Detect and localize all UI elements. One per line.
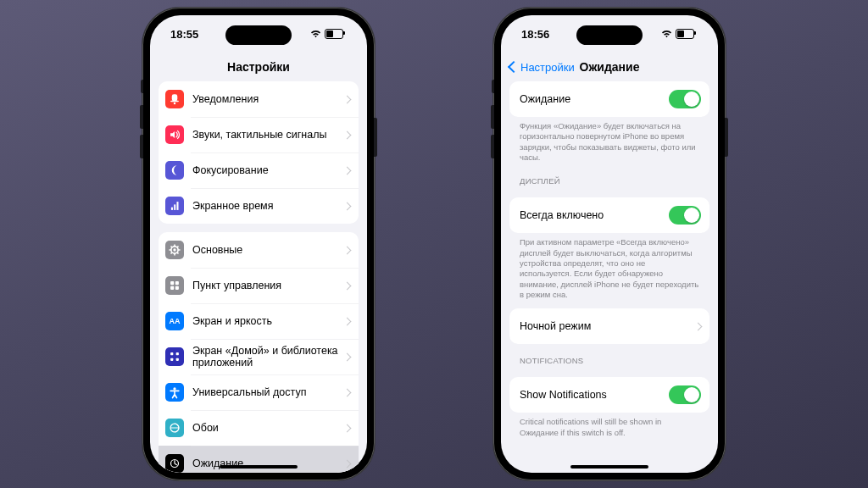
display-header: ДИСПЛЕЙ — [509, 164, 709, 189]
standby-footer: Функция «Ожидание» будет включаться на г… — [509, 117, 709, 164]
always-on-row[interactable]: Всегда включено — [509, 197, 709, 233]
power-button — [725, 118, 728, 157]
volume-down — [140, 135, 143, 158]
svg-rect-1 — [170, 101, 179, 103]
chevron-right-icon — [343, 424, 352, 432]
svg-rect-5 — [176, 202, 178, 210]
settings-label: Обои — [192, 422, 341, 434]
notifications-icon — [165, 90, 184, 108]
show-notifications-toggle[interactable] — [669, 385, 701, 404]
settings-label: Уведомления — [192, 93, 341, 105]
standby-toggle[interactable] — [669, 90, 701, 108]
chevron-right-icon — [343, 95, 352, 103]
settings-row-focus[interactable]: Фокусирование — [159, 152, 359, 188]
always-on-label: Всегда включено — [520, 209, 669, 221]
chevron-right-icon — [343, 459, 352, 468]
dynamic-island — [576, 25, 643, 45]
chevron-right-icon — [343, 202, 352, 210]
control-icon — [165, 276, 184, 295]
night-mode-row[interactable]: Ночной режим — [509, 308, 709, 344]
settings-row-screentime[interactable]: Экранное время — [159, 188, 359, 224]
standby-settings[interactable]: Ожидание Функция «Ожидание» будет включа… — [501, 81, 718, 473]
home-indicator[interactable] — [570, 465, 648, 469]
svg-rect-13 — [170, 352, 173, 355]
nav-bar: Настройки Ожидание — [501, 53, 718, 81]
night-mode-label: Ночной режим — [520, 320, 692, 332]
settings-label: Фокусирование — [192, 164, 341, 176]
svg-rect-15 — [170, 358, 173, 361]
settings-label: Экранное время — [192, 200, 341, 212]
volume-up — [140, 105, 143, 129]
settings-row-general[interactable]: Основные — [159, 232, 359, 268]
settings-label: Экран и яркость — [192, 315, 341, 327]
svg-rect-8 — [170, 281, 174, 285]
settings-row-display[interactable]: AAЭкран и яркость — [159, 303, 359, 339]
svg-text:AA: AA — [170, 317, 181, 325]
settings-row-standby[interactable]: Ожидание — [159, 446, 359, 473]
chevron-right-icon — [343, 388, 352, 396]
svg-rect-10 — [170, 286, 174, 290]
dynamic-island — [225, 25, 292, 45]
svg-rect-16 — [176, 358, 179, 361]
svg-rect-3 — [171, 208, 173, 210]
power-button — [374, 118, 377, 157]
svg-point-17 — [173, 387, 175, 390]
standby-label: Ожидание — [520, 93, 669, 105]
wallpaper-icon — [165, 419, 184, 437]
accessibility-icon — [165, 383, 184, 402]
settings-label: Экран «Домой» и библиотека приложений — [192, 343, 341, 371]
focus-icon — [165, 161, 184, 180]
back-label: Настройки — [520, 61, 575, 74]
svg-rect-11 — [175, 286, 179, 290]
back-button[interactable]: Настройки — [509, 61, 575, 74]
notifications-header: NOTIFICATIONS — [509, 344, 709, 369]
svg-point-7 — [173, 248, 175, 251]
wifi-icon — [310, 30, 321, 38]
sounds-icon — [165, 125, 184, 144]
home-indicator[interactable] — [220, 465, 298, 469]
svg-rect-0 — [172, 94, 178, 101]
settings-row-sounds[interactable]: Звуки, тактильные сигналы — [159, 117, 359, 152]
wifi-icon — [661, 30, 672, 38]
settings-row-home[interactable]: Экран «Домой» и библиотека приложений — [159, 339, 359, 374]
phone-left: 18:55 Настройки УведомленияЗвуки, тактил… — [142, 8, 375, 480]
chevron-right-icon — [343, 166, 352, 175]
showcase-background: 18:55 Настройки УведомленияЗвуки, тактил… — [0, 0, 868, 488]
chevron-right-icon — [694, 322, 703, 330]
settings-row-accessibility[interactable]: Универсальный доступ — [159, 374, 359, 410]
notifications-footer: Critical notifications will still be sho… — [509, 413, 709, 440]
standby-row[interactable]: Ожидание — [509, 81, 709, 117]
svg-rect-4 — [174, 204, 175, 210]
screen-right: 18:56 Настройки Ожидание Ожидание — [501, 15, 718, 473]
battery-icon — [325, 29, 343, 39]
always-on-footer: При активном параметре «Всегда включено»… — [509, 233, 709, 302]
nav-bar: Настройки — [150, 53, 367, 81]
show-notifications-label: Show Notifications — [520, 389, 669, 401]
settings-row-control[interactable]: Пункт управления — [159, 268, 359, 303]
svg-point-2 — [174, 103, 175, 104]
show-notifications-row[interactable]: Show Notifications — [509, 377, 709, 413]
settings-list[interactable]: УведомленияЗвуки, тактильные сигналыФоку… — [150, 81, 367, 473]
phone-right: 18:56 Настройки Ожидание Ожидание — [493, 8, 726, 480]
chevron-right-icon — [343, 317, 352, 325]
settings-row-wallpaper[interactable]: Обои — [159, 410, 359, 446]
chevron-left-icon — [508, 61, 520, 73]
home-icon — [165, 347, 184, 366]
mute-switch — [141, 80, 143, 93]
status-icons — [661, 29, 694, 39]
always-on-toggle[interactable] — [669, 206, 701, 225]
general-icon — [165, 241, 184, 259]
page-title: Настройки — [150, 60, 367, 74]
screentime-icon — [165, 197, 184, 215]
chevron-right-icon — [343, 352, 352, 361]
clock: 18:56 — [521, 28, 549, 41]
clock: 18:55 — [170, 28, 198, 41]
chevron-right-icon — [343, 246, 352, 254]
display-icon: AA — [165, 312, 184, 330]
svg-rect-14 — [176, 352, 179, 355]
settings-label: Пункт управления — [192, 280, 341, 291]
settings-row-notifications[interactable]: Уведомления — [159, 81, 359, 117]
battery-icon — [676, 29, 694, 39]
screen-left: 18:55 Настройки УведомленияЗвуки, тактил… — [150, 15, 367, 473]
chevron-right-icon — [343, 281, 352, 290]
